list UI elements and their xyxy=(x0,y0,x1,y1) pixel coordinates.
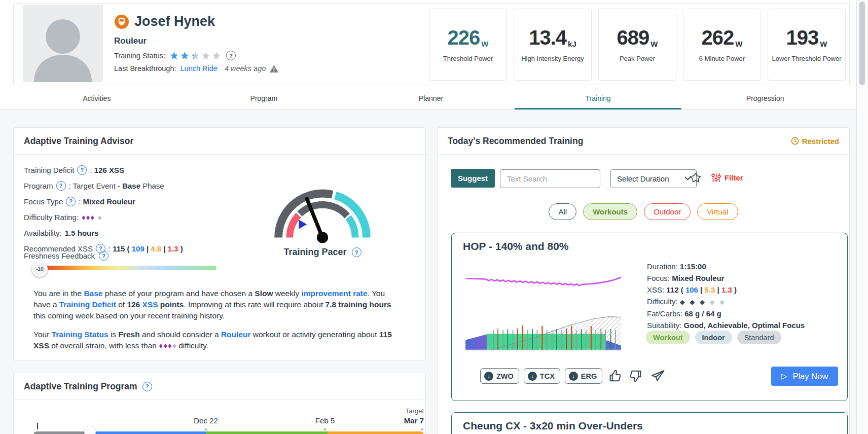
athlete-header-card: Josef Hynek Rouleur Training Status: ★★★… xyxy=(13,3,850,85)
training-status-label: Training Status: xyxy=(114,52,165,60)
restricted-badge: Restricted xyxy=(791,137,839,146)
filter-button[interactable]: Filter xyxy=(711,172,743,183)
training-deficit-row: Training Deficit ? : 126 XSS xyxy=(24,164,183,176)
advisor-summary-paragraph-1: You are in the Base phase of your progra… xyxy=(33,288,403,321)
freshness-slider-handle[interactable]: -10 xyxy=(32,261,48,277)
thumbs-up-button[interactable] xyxy=(608,369,623,383)
stat-card-high-intensity-energy: 13.4kJ High Intensity Energy xyxy=(514,9,592,81)
play-now-button[interactable]: ▷ Play Now xyxy=(771,367,838,386)
stat-card-6-minute-power: 262W 6 Minute Power xyxy=(683,9,761,81)
filter-pill-outdoor[interactable]: Outdoor xyxy=(644,203,691,220)
timeline-milestone-1: Dec 22 xyxy=(194,416,218,425)
thumbs-up-icon xyxy=(608,369,623,383)
duration-select[interactable]: Select Duration xyxy=(610,169,697,188)
verified-badge-icon xyxy=(114,14,129,29)
filter-pill-all[interactable]: All xyxy=(549,203,576,220)
training-pacer-help-icon[interactable]: ? xyxy=(352,247,361,257)
timeline-segment-base xyxy=(92,431,206,434)
workout-suitability-row: Suitability: Good, Achievable, Optimal F… xyxy=(647,319,805,331)
program-card-help-icon[interactable]: ? xyxy=(142,382,152,391)
suggest-button[interactable]: Suggest xyxy=(451,169,495,188)
star-rating-fill: ★★★★★ xyxy=(169,50,194,61)
athlete-type: Rouleur xyxy=(114,36,147,46)
thumbs-down-button[interactable] xyxy=(628,369,642,383)
stat-card-peak-power: 689W Peak Power xyxy=(598,9,676,81)
workout-details: Duration: 1:15:00 Focus: Mixed Rouleur X… xyxy=(647,261,805,331)
send-plane-icon xyxy=(650,369,666,383)
download-icon: ↓ xyxy=(484,372,493,381)
training-status-help-icon[interactable]: ? xyxy=(226,51,236,60)
focus-type-help-icon[interactable]: ? xyxy=(66,197,76,206)
tab-training[interactable]: Training xyxy=(515,87,682,109)
athlete-name: Josef Hynek xyxy=(134,14,215,29)
stat-card-lower-threshold-power: 193W Lower Threshold Power xyxy=(768,9,846,81)
workout-card-cheung-cx: Cheung CX - 3x20 min Over-Unders xyxy=(451,412,848,434)
filter-sliders-icon xyxy=(711,172,721,183)
workout-title[interactable]: HOP - 140% and 80% xyxy=(463,240,569,252)
fitness-signature-stats: 226W Threshold Power 13.4kJ High Intensi… xyxy=(429,9,846,81)
tab-planner[interactable]: Planner xyxy=(347,87,515,109)
6-minute-power-value: 262W xyxy=(702,27,743,48)
timeline-segment-build xyxy=(206,431,327,434)
training-pacer-label: Training Pacer xyxy=(283,247,346,258)
main-nav-tabs: Activities Program Planner Training Prog… xyxy=(0,87,868,110)
top-header-band: Josef Hynek Rouleur Training Status: ★★★… xyxy=(0,0,868,87)
timeline-target-label: Target xyxy=(388,407,424,415)
workout-card-hop: HOP - 140% and 80% xyxy=(451,233,848,401)
gauge-target-marker xyxy=(299,220,307,229)
advisor-title: Adaptive Training Advisor xyxy=(24,136,133,147)
high-intensity-energy-value: 13.4kJ xyxy=(529,27,576,48)
timeline-today-handle[interactable] xyxy=(84,426,96,434)
workout-badges: Workout Indoor Standard xyxy=(646,331,781,344)
recommended-title: Today's Recommended Training xyxy=(448,136,583,147)
filter-pill-virtual[interactable]: Virtual xyxy=(697,203,738,220)
share-workout-button[interactable] xyxy=(650,369,666,383)
freshness-slider[interactable]: -10 xyxy=(39,266,216,270)
threshold-power-label: Threshold Power xyxy=(443,55,493,62)
search-box xyxy=(500,169,600,188)
timeline-target-date: Mar 7 xyxy=(388,416,424,425)
workout-title[interactable]: Cheung CX - 3x20 min Over-Unders xyxy=(463,420,643,432)
peak-power-label: Peak Power xyxy=(620,55,655,62)
workout-fatcarbs-row: Fat/Carbs: 68 g / 64 g xyxy=(647,308,805,319)
advisor-summary: You are in the Base phase of your progra… xyxy=(33,288,403,359)
download-zwo-button[interactable]: ↓ ZWO xyxy=(480,368,519,384)
page: Josef Hynek Rouleur Training Status: ★★★… xyxy=(0,0,868,434)
person-icon xyxy=(23,5,103,82)
restricted-label: Restricted xyxy=(802,137,839,146)
last-breakthrough-link[interactable]: Lunch Ride xyxy=(180,64,218,73)
timeline-segment-past xyxy=(33,431,92,434)
star-outline-icon xyxy=(689,171,702,185)
timeline-dot-1 xyxy=(205,428,207,430)
lower-threshold-power-label: Lower Threshold Power xyxy=(772,55,841,62)
focus-type-row: Focus Type ? : Mixed Rouleur xyxy=(24,196,183,207)
high-intensity-energy-label: High Intensity Energy xyxy=(521,55,584,62)
download-erg-button[interactable]: ↓ ERG xyxy=(565,368,602,384)
clock-icon xyxy=(791,137,799,145)
search-input[interactable] xyxy=(506,174,609,184)
download-tcx-button[interactable]: ↓ TCX xyxy=(524,368,560,384)
play-icon: ▷ xyxy=(781,372,787,381)
peak-power-value: 689W xyxy=(617,27,658,48)
program-help-icon[interactable]: ? xyxy=(56,181,66,191)
filter-pill-workouts[interactable]: Workouts xyxy=(583,203,637,220)
tab-program[interactable]: Program xyxy=(180,87,348,109)
recommended-training-card: Today's Recommended Training Restricted … xyxy=(437,127,850,434)
page-scrollbar xyxy=(856,0,868,434)
difficulty-rating-row: Difficulty Rating: ♦♦♦♦ xyxy=(24,211,183,223)
freshness-feedback-label: Freshness Feedback ? xyxy=(24,251,108,261)
adaptive-training-program-card: Adaptive Training Program ? Target Mar 7… xyxy=(13,373,426,434)
freshness-feedback-help-icon[interactable]: ? xyxy=(99,251,108,261)
training-deficit-help-icon[interactable]: ? xyxy=(77,165,87,175)
workout-profile-chart xyxy=(462,263,625,358)
download-icon: ↓ xyxy=(569,372,578,381)
gauge-dial xyxy=(269,179,376,243)
thumbs-down-icon xyxy=(628,369,642,383)
avatar[interactable] xyxy=(23,5,103,82)
favorites-star-button[interactable] xyxy=(689,171,702,187)
filter-pill-row: All Workouts Outdoor Virtual xyxy=(438,203,849,220)
tab-progression[interactable]: Progression xyxy=(681,87,849,109)
tab-activities[interactable]: Activities xyxy=(13,87,180,109)
scrollbar-thumb[interactable] xyxy=(859,2,865,85)
download-icon: ↓ xyxy=(528,372,537,381)
